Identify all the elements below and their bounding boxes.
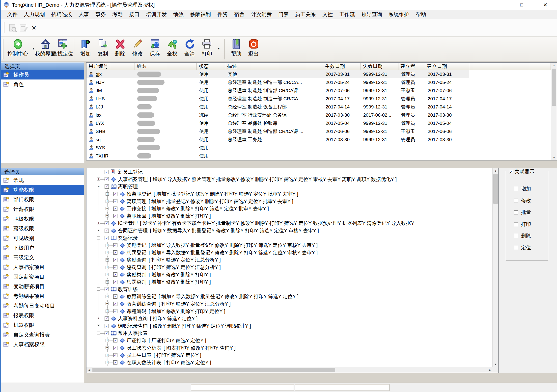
sidebar-item-人事档案权限[interactable]: 人事档案权限 [1, 340, 84, 349]
toolbar-button-save[interactable]: 保存 [146, 37, 164, 60]
tree-checkbox[interactable]: ✓ [113, 360, 117, 365]
tree-horizontal-scrollbar[interactable]: ◀ ▶ [86, 367, 493, 373]
tree-row[interactable]: +✓调职记录查询[ 修改Y 删除Y 打印Y 筛选Y 定位Y 调职统计Y ] [87, 322, 492, 330]
tree-checkbox[interactable]: ✓ [113, 302, 117, 306]
menu-item[interactable]: 领导查询 [358, 10, 385, 19]
edit-view-icon[interactable] [19, 23, 28, 33]
menu-item[interactable]: 件资 [214, 10, 231, 19]
tree-row[interactable]: +✓人事档案管理[ 增加Y 导入数据Y 照片管理Y 批量修改Y 修改Y 删除Y … [87, 176, 492, 183]
table-row[interactable]: TXHR使用 [86, 152, 551, 160]
sidebar-item-考勤结果项目[interactable]: 考勤结果项目 [1, 291, 84, 301]
scroll-down-icon[interactable]: ▼ [551, 155, 557, 160]
option-checkbox[interactable] [514, 210, 518, 214]
tree-checkbox[interactable]: ✓ [113, 338, 117, 342]
sidebar-item-可见级别[interactable]: 可见级别 [1, 233, 84, 243]
table-row[interactable]: HJP使用总经理室 制造处 制造一部 CR/CA...2017-05-24999… [86, 78, 551, 86]
menu-item[interactable]: 门禁 [275, 10, 292, 19]
menu-item[interactable]: 帮助 [413, 10, 429, 19]
expand-plus-toggle[interactable]: + [106, 302, 109, 305]
toolbar-button-edit[interactable]: 修改 [129, 37, 146, 60]
tree-checkbox[interactable]: ✓ [113, 214, 117, 218]
expand-plus-toggle[interactable]: + [97, 324, 100, 327]
tree-checkbox[interactable]: ✓ [105, 287, 109, 291]
toolbar-grip[interactable] [3, 22, 4, 33]
option-checkbox[interactable] [514, 222, 518, 226]
sidebar-item-报表权限[interactable]: 报表权限 [1, 311, 84, 320]
toolbar-button-copy[interactable]: 复制 [94, 37, 111, 60]
sidebar-item-常规[interactable]: 常规 [1, 175, 84, 185]
toolbar-button-exit[interactable]: 退出 [245, 37, 262, 60]
expand-plus-toggle[interactable]: + [97, 222, 100, 225]
table-vertical-scrollbar[interactable]: ▲ ▼ [551, 63, 557, 160]
scrollbar-thumb[interactable] [493, 174, 498, 204]
related-option-定位[interactable]: 定位 [514, 244, 531, 251]
scrollbar-thumb[interactable] [92, 368, 335, 372]
tree-row[interactable]: −✓教育训练 [87, 286, 492, 293]
close-button[interactable]: ✕ [533, 0, 557, 10]
option-checkbox[interactable] [514, 199, 518, 203]
tree-checkbox[interactable]: ✓ [113, 243, 117, 247]
menu-item[interactable]: 绩效 [170, 10, 187, 19]
expand-plus-toggle[interactable]: + [106, 214, 109, 217]
tree-checkbox[interactable]: ✓ [105, 324, 109, 328]
scrollbar-thumb[interactable] [552, 69, 556, 106]
sidebar-item-自定义查询报表[interactable]: 自定义查询报表 [1, 330, 84, 340]
sidebar-item-高级定义[interactable]: 高级定义 [1, 253, 84, 262]
close-view-button[interactable]: ✕ [30, 23, 38, 33]
table-row[interactable]: gjx使用其他2017-03-319999-12-31管理员2017-03-31 [86, 70, 551, 78]
sidebar-item-计薪权限[interactable]: 计薪权限 [1, 204, 84, 214]
tree-checkbox[interactable]: ✓ [105, 229, 109, 233]
related-display-checkbox[interactable]: ✓ [509, 170, 513, 174]
tree-checkbox[interactable]: ✓ [113, 309, 117, 313]
expand-plus-toggle[interactable]: + [106, 346, 109, 349]
toolbar-grip[interactable] [2, 39, 3, 59]
table-header-建立者[interactable]: 建立者 [398, 63, 425, 70]
expand-plus-toggle[interactable]: + [106, 310, 109, 313]
menu-item[interactable]: 事务 [92, 10, 109, 19]
expand-plus-toggle[interactable]: + [106, 251, 109, 254]
table-row[interactable]: lsx冻结总经理室 行政安环处 总务课2017-03-302017-06-02.… [86, 111, 551, 119]
expand-plus-toggle[interactable]: + [106, 200, 109, 203]
toolbar-button-print[interactable]: 打印 [198, 37, 216, 60]
table-header-描述[interactable]: 描述 [225, 63, 323, 70]
expand-plus-toggle[interactable]: + [97, 178, 100, 181]
collapse-minus-toggle[interactable]: − [97, 185, 100, 188]
expand-plus-toggle[interactable]: + [106, 258, 109, 261]
tree-checkbox[interactable]: ✓ [105, 331, 109, 335]
related-option-删除[interactable]: 删除 [514, 233, 531, 239]
toolbar-button-help[interactable]: 帮助 [227, 37, 245, 60]
expand-plus-toggle[interactable]: + [106, 244, 109, 247]
menu-item[interactable]: 考勤 [109, 10, 126, 19]
tree-row[interactable]: ✓新员工登记 [87, 168, 492, 176]
table-header-empty[interactable] [469, 63, 551, 70]
tree-row[interactable]: +✓课程编码[ 增加Y 修改Y 删除Y 打印Y 定位Y ] [87, 308, 492, 315]
option-checkbox[interactable] [514, 234, 518, 238]
expand-plus-toggle[interactable]: + [106, 354, 109, 357]
toolbar-button-delete[interactable]: 删除 [111, 37, 129, 60]
toolbar-button-home[interactable]: 我的界面 [37, 37, 54, 60]
related-option-增加[interactable]: 增加 [514, 185, 531, 192]
table-row[interactable]: JM使用总经理室 制造处 制造部 CR/CA课 ...2017-07-06999… [86, 86, 551, 95]
tree-row[interactable]: +✓合同证件管理[ 增加Y 数据导入Y 批量登记Y 修改Y 删除Y 打印Y 筛选… [87, 227, 492, 235]
menu-item[interactable]: 人事 [75, 10, 92, 19]
table-row[interactable]: sq使用总经理室 工务处2017-03-309999-12-31管理员2017-… [86, 135, 551, 144]
minimize-button[interactable]: ─ [486, 0, 510, 10]
expand-plus-toggle[interactable]: + [106, 339, 109, 342]
table-header-生效日期[interactable]: 生效日期 [323, 63, 361, 70]
sidebar-item-下级用户[interactable]: 下级用户 [1, 243, 84, 253]
tree-row[interactable]: +✓人事资料查询[ 打印Y 筛选Y 定位Y ] [87, 315, 492, 322]
table-header-建立日期[interactable]: 建立日期 [425, 63, 469, 70]
tree-checkbox[interactable]: ✓ [113, 250, 117, 255]
sidebar-item-部门权限[interactable]: 部门权限 [1, 195, 84, 204]
expand-plus-toggle[interactable]: + [97, 229, 100, 232]
tree-row[interactable]: +✓员工生日表[ 打印Y 筛选Y 定位Y ] [87, 352, 492, 359]
table-header-用户编号[interactable]: 用户编号 [86, 63, 135, 70]
tree-row[interactable]: +✓员工状态分析表[ 图表打印Y 修改Y 打印Y 查询Y ] [87, 344, 492, 352]
table-header-状态[interactable]: 状态 [197, 63, 225, 70]
tree-row[interactable]: +✓奖励登记[ 增加Y 导入数据Y 批量登记Y 修改Y 删除Y 打印Y 筛选Y … [87, 242, 492, 249]
tree-row[interactable]: +✓惩罚查询[ 打印Y 筛选Y 定位Y 汇总分析Y ] [87, 264, 492, 271]
dropdown-arrow-icon[interactable]: ▼ [216, 37, 222, 60]
preview-icon[interactable] [8, 23, 17, 33]
tree-row[interactable]: +✓教育训练登记[ 增加Y 导入数据Y 批量登记Y 修改Y 删除Y 打印Y 筛选… [87, 293, 492, 300]
expand-plus-toggle[interactable]: + [106, 280, 109, 284]
